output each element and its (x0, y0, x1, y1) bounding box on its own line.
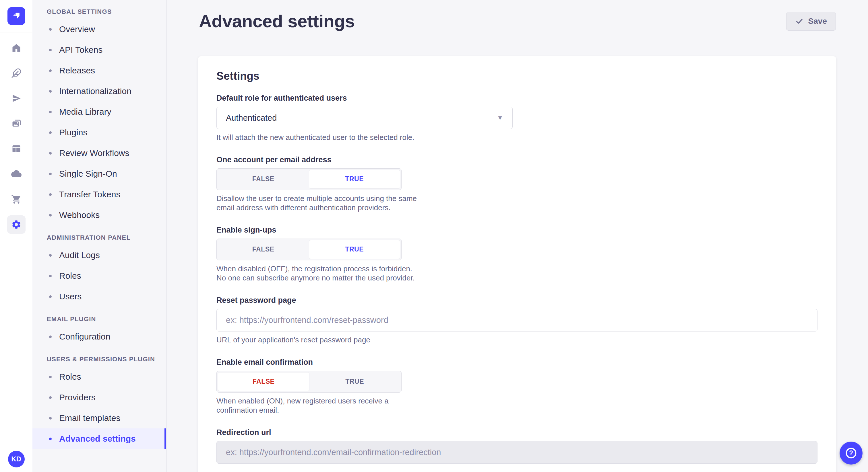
cart-icon[interactable] (7, 190, 26, 208)
field-label: Default role for authenticated users (216, 94, 818, 103)
feather-icon[interactable] (7, 64, 26, 82)
field-hint: When enabled (ON), new registered users … (216, 397, 417, 415)
question-mark-icon: ? (844, 446, 858, 460)
sidebar-item-transfer-tokens[interactable]: Transfer Tokens (32, 184, 166, 205)
home-icon[interactable] (7, 39, 26, 57)
sidebar-item-releases[interactable]: Releases (32, 60, 166, 81)
field-label: One account per email address (216, 156, 818, 164)
bullet-icon (49, 376, 52, 378)
sidebar-item-label: Users (59, 292, 82, 301)
section-title: GLOBAL SETTINGS (47, 8, 166, 15)
bullet-icon (49, 193, 52, 196)
page-title: Advanced settings (199, 11, 355, 31)
one-account-true-option[interactable]: TRUE (309, 170, 400, 189)
field-label: Redirection url (216, 428, 818, 437)
sidebar-item-api-tokens[interactable]: API Tokens (32, 40, 166, 60)
sidebar-item-media-library[interactable]: Media Library (32, 102, 166, 122)
svg-text:?: ? (849, 449, 853, 457)
card-heading: Settings (216, 70, 818, 82)
sidebar-section-global-settings: GLOBAL SETTINGS Overview API Tokens Rele… (32, 8, 166, 225)
sidebar-item-single-sign-on[interactable]: Single Sign-On (32, 164, 166, 184)
sidebar-item-label: Single Sign-On (59, 169, 117, 179)
sidebar-item-label: Plugins (59, 128, 87, 137)
bullet-icon (49, 214, 52, 216)
bullet-icon (49, 90, 52, 93)
field-hint: When disabled (OFF), the registration pr… (216, 264, 417, 283)
bullet-icon (49, 295, 52, 298)
bullet-icon (49, 438, 52, 440)
bullet-icon (49, 131, 52, 134)
field-default-role: Default role for authenticated users Aut… (216, 94, 818, 142)
strapi-logo-icon (11, 10, 22, 22)
send-icon[interactable] (7, 89, 26, 107)
sidebar-item-providers[interactable]: Providers (32, 387, 166, 408)
sidebar-item-email-templates[interactable]: Email templates (32, 408, 166, 429)
sidebar-item-advanced-settings[interactable]: Advanced settings (32, 429, 166, 449)
chevron-down-icon: ▼ (497, 114, 503, 122)
redirection-url-input[interactable] (216, 441, 817, 464)
sidebar-item-label: Configuration (59, 332, 110, 341)
page-header: Advanced settings Save (166, 0, 868, 31)
one-account-false-option[interactable]: FALSE (218, 170, 309, 189)
avatar[interactable]: KD (8, 451, 25, 467)
bullet-icon (49, 254, 52, 257)
check-icon (795, 17, 804, 26)
main-content: Advanced settings Save Settings Default … (166, 0, 868, 472)
reset-password-input[interactable] (216, 309, 817, 332)
sidebar-item-label: API Tokens (59, 45, 102, 55)
sidebar-item-label: Review Workflows (59, 148, 129, 158)
save-button-label: Save (808, 16, 827, 26)
email-confirmation-toggle: FALSE TRUE (216, 371, 402, 393)
icon-rail: KD (0, 0, 32, 472)
sidebar-item-label: Roles (59, 271, 81, 281)
email-confirmation-false-option[interactable]: FALSE (218, 372, 309, 391)
field-redirection-url: Redirection url (216, 428, 818, 464)
default-role-select[interactable]: Authenticated ▼ (216, 107, 513, 129)
enable-signups-true-option[interactable]: TRUE (309, 240, 400, 259)
sidebar-item-label: Providers (59, 393, 96, 402)
email-confirmation-true-option[interactable]: TRUE (309, 372, 400, 391)
field-reset-password: Reset password page URL of your applicat… (216, 296, 818, 345)
sidebar-item-label: Advanced settings (59, 434, 136, 444)
sidebar-section-administration-panel: ADMINISTRATION PANEL Audit Logs Roles Us… (32, 234, 166, 307)
sidebar-item-label: Overview (59, 24, 95, 34)
field-email-confirmation: Enable email confirmation FALSE TRUE Whe… (216, 358, 818, 415)
bullet-icon (49, 28, 52, 31)
field-hint: URL of your application's reset password… (216, 336, 818, 345)
field-enable-signups: Enable sign-ups FALSE TRUE When disabled… (216, 226, 818, 283)
sidebar-item-review-workflows[interactable]: Review Workflows (32, 143, 166, 164)
enable-signups-toggle: FALSE TRUE (216, 239, 402, 260)
gear-icon[interactable] (7, 215, 26, 234)
sidebar-item-admin-users[interactable]: Users (32, 286, 166, 307)
sidebar-item-internationalization[interactable]: Internationalization (32, 81, 166, 102)
sidebar-item-label: Releases (59, 66, 95, 75)
bullet-icon (49, 336, 52, 338)
sidebar-item-webhooks[interactable]: Webhooks (32, 205, 166, 225)
bullet-icon (49, 111, 52, 113)
sidebar-item-audit-logs[interactable]: Audit Logs (32, 245, 166, 266)
layout-icon[interactable] (7, 140, 26, 158)
sidebar-item-admin-roles[interactable]: Roles (32, 266, 166, 286)
sidebar-item-label: Internationalization (59, 86, 131, 96)
section-title: USERS & PERMISSIONS PLUGIN (47, 356, 166, 363)
sidebar-item-up-roles[interactable]: Roles (32, 367, 166, 387)
help-button[interactable]: ? (840, 442, 863, 465)
rail-divider (0, 32, 32, 32)
media-library-icon[interactable] (7, 114, 26, 133)
bullet-icon (49, 173, 52, 175)
strapi-logo[interactable] (7, 7, 25, 25)
sidebar-item-label: Roles (59, 372, 81, 382)
sidebar-section-email-plugin: EMAIL PLUGIN Configuration (32, 315, 166, 347)
settings-sidebar: GLOBAL SETTINGS Overview API Tokens Rele… (32, 0, 166, 472)
save-button[interactable]: Save (786, 12, 836, 31)
enable-signups-false-option[interactable]: FALSE (218, 240, 309, 259)
bullet-icon (49, 396, 52, 399)
cloud-icon[interactable] (7, 165, 26, 183)
sidebar-item-plugins[interactable]: Plugins (32, 122, 166, 143)
sidebar-item-overview[interactable]: Overview (32, 19, 166, 40)
sidebar-item-label: Media Library (59, 107, 112, 117)
bullet-icon (49, 49, 52, 51)
bullet-icon (49, 69, 52, 72)
sidebar-item-email-configuration[interactable]: Configuration (32, 326, 166, 347)
bullet-icon (49, 152, 52, 155)
